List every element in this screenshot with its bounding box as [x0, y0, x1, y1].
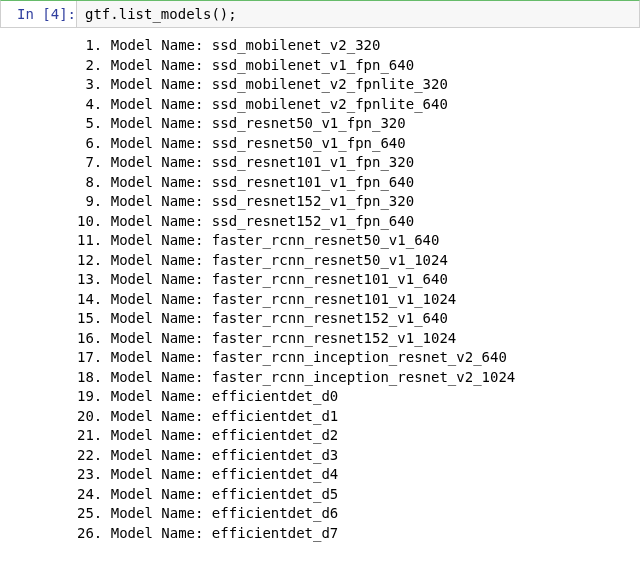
output-line: 2. Model Name: ssd_mobilenet_v1_fpn_640: [77, 56, 632, 76]
output-line: 9. Model Name: ssd_resnet152_v1_fpn_320: [77, 192, 632, 212]
prompt-number: 4: [51, 6, 59, 22]
output-line: 14. Model Name: faster_rcnn_resnet101_v1…: [77, 290, 632, 310]
output-line: 21. Model Name: efficientdet_d2: [77, 426, 632, 446]
output-line: 8. Model Name: ssd_resnet101_v1_fpn_640: [77, 173, 632, 193]
output-line: 7. Model Name: ssd_resnet101_v1_fpn_320: [77, 153, 632, 173]
output-line: 6. Model Name: ssd_resnet50_v1_fpn_640: [77, 134, 632, 154]
output-line: 10. Model Name: ssd_resnet152_v1_fpn_640: [77, 212, 632, 232]
code-input[interactable]: gtf.list_models();: [76, 1, 639, 27]
output-line: 22. Model Name: efficientdet_d3: [77, 446, 632, 466]
prompt-suffix: ]:: [59, 6, 76, 22]
output-line: 23. Model Name: efficientdet_d4: [77, 465, 632, 485]
output-line: 13. Model Name: faster_rcnn_resnet101_v1…: [77, 270, 632, 290]
output-area: 1. Model Name: ssd_mobilenet_v2_320 2. M…: [75, 32, 640, 547]
prompt-prefix: In [: [17, 6, 51, 22]
output-line: 15. Model Name: faster_rcnn_resnet152_v1…: [77, 309, 632, 329]
output-line: 17. Model Name: faster_rcnn_inception_re…: [77, 348, 632, 368]
output-line: 18. Model Name: faster_rcnn_inception_re…: [77, 368, 632, 388]
code-cell: In [4]: gtf.list_models();: [0, 0, 640, 28]
output-line: 1. Model Name: ssd_mobilenet_v2_320: [77, 36, 632, 56]
output-line: 11. Model Name: faster_rcnn_resnet50_v1_…: [77, 231, 632, 251]
output-line: 20. Model Name: efficientdet_d1: [77, 407, 632, 427]
output-prompt-spacer: [0, 32, 75, 547]
input-prompt: In [4]:: [1, 1, 76, 27]
output-block: 1. Model Name: ssd_mobilenet_v2_320 2. M…: [0, 32, 640, 547]
output-line: 24. Model Name: efficientdet_d5: [77, 485, 632, 505]
output-line: 5. Model Name: ssd_resnet50_v1_fpn_320: [77, 114, 632, 134]
output-line: 25. Model Name: efficientdet_d6: [77, 504, 632, 524]
output-line: 19. Model Name: efficientdet_d0: [77, 387, 632, 407]
output-line: 4. Model Name: ssd_mobilenet_v2_fpnlite_…: [77, 95, 632, 115]
output-line: 12. Model Name: faster_rcnn_resnet50_v1_…: [77, 251, 632, 271]
output-line: 3. Model Name: ssd_mobilenet_v2_fpnlite_…: [77, 75, 632, 95]
output-line: 26. Model Name: efficientdet_d7: [77, 524, 632, 544]
output-line: 16. Model Name: faster_rcnn_resnet152_v1…: [77, 329, 632, 349]
